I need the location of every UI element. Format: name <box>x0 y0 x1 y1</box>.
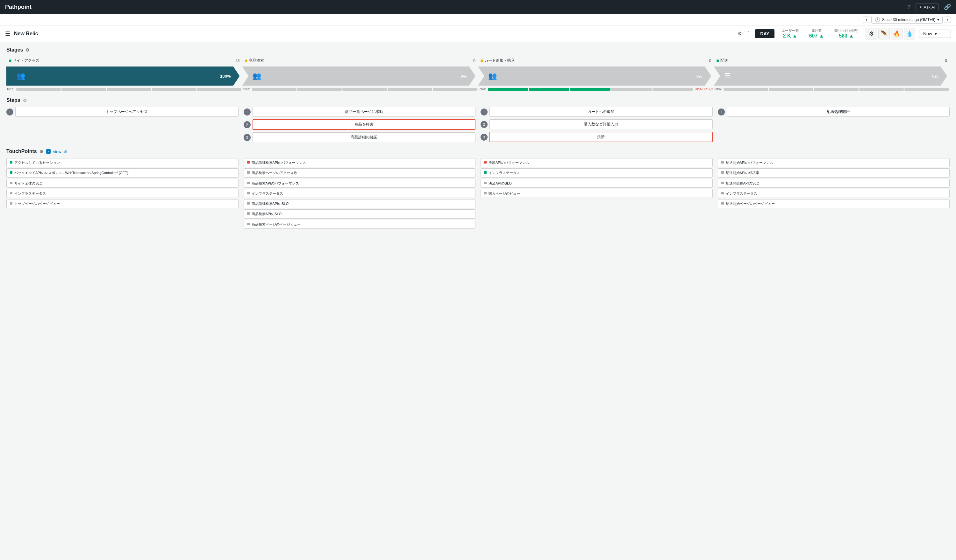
steps-columns: 1 トップページへアクセス 1 商品一覧ページに移動 2 商品を検索 3 商品詳… <box>6 107 950 142</box>
metric-sales-label: 売り上げ (億円) <box>834 28 859 33</box>
tp-item-3-4[interactable]: 購入ページのビュー <box>481 189 713 198</box>
infra-bar-2d <box>388 88 432 91</box>
view-all-link[interactable]: view all <box>53 149 67 154</box>
tp-text-2-4: インフラステータス <box>252 191 283 196</box>
tp-dot-3-4 <box>484 192 487 195</box>
step-label-3-2[interactable]: 購入数など詳細入力 <box>489 119 713 129</box>
tp-item-2-2[interactable]: 商品検索ページのアクセス数 <box>244 168 476 177</box>
infra-row-2: Infra: <box>242 88 478 91</box>
steps-gear-icon[interactable]: ⚙ <box>23 98 27 103</box>
tp-col-2: 商品詳細検索APIのパフォーマンス 商品検索ページのアクセス数 商品検索APIの… <box>244 158 476 229</box>
stage-name-4: 配送 <box>717 58 728 63</box>
arrow-container-1[interactable]: 👥 100% <box>6 66 240 86</box>
tp-dot-4-1 <box>721 161 724 163</box>
arrow-shape-4[interactable]: ☰ 0% <box>714 66 947 86</box>
tp-text-4-2: 配送開始APIの成功率 <box>726 171 759 175</box>
stages-section-header: Stages ⚙ <box>6 47 950 53</box>
tp-dot-3-2 <box>484 171 487 174</box>
tp-item-2-3[interactable]: 商品検索APIのパフォーマンス <box>244 179 476 188</box>
arrow-container-4[interactable]: ☰ 0% <box>714 66 947 86</box>
arrow-shape-1[interactable]: 👥 100% <box>6 66 240 86</box>
steps-col-3: 1 カートへの追加 2 購入数など詳細入力 3 決済 <box>481 107 713 142</box>
tp-dot-3-1 <box>484 161 487 163</box>
tp-item-3-2[interactable]: インフラステータス <box>481 168 713 177</box>
step-number-3-3: 3 <box>481 133 487 141</box>
metric-sales: 売り上げ (億円) 583 ▲ <box>834 28 859 39</box>
time-selector[interactable]: 🕐 Since 30 minutes ago (GMT+9) ▾ <box>871 16 943 24</box>
steps-section-header: Steps ⚙ <box>6 97 950 103</box>
hamburger-icon[interactable]: ☰ <box>5 30 10 37</box>
tp-dot-2-2 <box>247 171 250 174</box>
tp-item-1-5[interactable]: トップページのページビュー <box>6 199 239 208</box>
time-prev-button[interactable]: ‹ <box>863 17 870 23</box>
link-icon[interactable]: 🔗 <box>944 3 951 11</box>
nav-gear-icon[interactable]: ⚙ <box>737 31 742 37</box>
now-dropdown-icon: ▾ <box>935 31 937 36</box>
tp-item-4-5[interactable]: 配送開始ページのページビュー <box>718 199 950 208</box>
tp-text-1-5: トップページのページビュー <box>14 201 60 206</box>
stage-item-3: カート追加・購入 0 👥 0% Infra: DISRUPTED <box>478 56 714 91</box>
tp-text-3-4: 購入ページのビュー <box>489 191 520 196</box>
step-number-3-1: 1 <box>481 108 487 116</box>
step-label-1-1[interactable]: トップページへアクセス <box>15 107 239 117</box>
tp-item-4-3[interactable]: 配送開始刷APIのSLO <box>718 179 950 188</box>
stage-label-1: サイトアクセス <box>13 58 39 63</box>
time-label: Since 30 minutes ago (GMT+9) <box>882 17 935 22</box>
infra-row-3: Infra: DISRUPTED <box>478 88 714 91</box>
nav-brand: New Relic <box>14 31 38 37</box>
infra-bar-4a <box>723 88 768 91</box>
arrow-shape-3[interactable]: 👥 0% <box>478 66 711 86</box>
tp-item-3-3[interactable]: 決済APIのSLO <box>481 179 713 188</box>
tp-item-1-1[interactable]: アクセスしているセッション <box>6 158 239 167</box>
settings-icon-button[interactable]: ⚙ <box>866 28 877 39</box>
tp-item-4-2[interactable]: 配送開始APIの成功率 <box>718 168 950 177</box>
arrow-container-3[interactable]: 👥 0% <box>478 66 711 86</box>
infra-bar-3b <box>529 88 569 91</box>
arrow-shape-2[interactable]: 👥 0% <box>242 66 476 86</box>
time-next-button[interactable]: › <box>944 17 951 23</box>
tp-item-2-5[interactable]: 商品詳細検索APIのSLO <box>244 199 476 208</box>
stage-header-3: カート追加・購入 0 <box>478 56 714 64</box>
tp-dot-2-7 <box>247 223 250 225</box>
step-label-2-3[interactable]: 商品詳細の確認 <box>253 132 476 142</box>
fire-icon-button[interactable]: 🔥 <box>891 28 903 39</box>
step-label-2-1[interactable]: 商品一覧ページに移動 <box>253 107 476 117</box>
stages-gear-icon[interactable]: ⚙ <box>25 47 30 52</box>
ask-ai-button[interactable]: ✦ Ask AI <box>915 3 939 11</box>
nav-dots-icon[interactable]: ⋮ <box>746 30 751 37</box>
app-title: Pathpoint <box>5 4 31 11</box>
step-label-3-3[interactable]: 決済 <box>489 132 713 142</box>
stage-name-3: カート追加・購入 <box>481 58 515 63</box>
tp-item-2-6[interactable]: 商品検索APIのSLO <box>244 209 476 218</box>
tp-item-2-4[interactable]: インフラステータス <box>244 189 476 198</box>
tp-item-1-2[interactable]: バックエンドAPIのレスポンス - WebTransaction/SpringC… <box>6 168 239 177</box>
tp-dot-4-5 <box>721 202 724 205</box>
tp-dot-4-2 <box>721 171 724 174</box>
tp-dot-2-1 <box>247 161 250 163</box>
infra-bar-2c <box>342 88 387 91</box>
tp-item-4-1[interactable]: 配送開始APIのパフォーマンス <box>718 158 950 167</box>
view-all-checkbox[interactable]: ✓ <box>46 149 50 154</box>
tp-item-2-7[interactable]: 商品検索ページのページビュー <box>244 220 476 229</box>
tp-item-1-4[interactable]: インフラステータス <box>6 189 239 198</box>
step-label-2-2[interactable]: 商品を検索 <box>253 119 476 130</box>
flame-icon-button[interactable]: 🪶 <box>878 28 890 39</box>
step-label-3-1[interactable]: カートへの追加 <box>489 107 713 117</box>
drop-icon-button[interactable]: 💧 <box>904 28 915 39</box>
tp-item-1-3[interactable]: サイト全体のSLO <box>6 179 239 188</box>
tp-item-2-1[interactable]: 商品詳細検索APIのパフォーマンス <box>244 158 476 167</box>
stage-count-4: 0 <box>945 58 947 63</box>
help-icon[interactable]: ? <box>907 4 910 11</box>
step-label-4-1[interactable]: 配送処理開始 <box>727 107 950 117</box>
tp-item-3-1[interactable]: 決済APIのパフォーマンス <box>481 158 713 167</box>
tp-dot-2-6 <box>247 212 250 215</box>
infra-label-1: Infra: <box>7 88 14 91</box>
tp-text-3-1: 決済APIのパフォーマンス <box>489 160 529 165</box>
arrow-container-2[interactable]: 👥 0% <box>242 66 476 86</box>
day-button[interactable]: DAY <box>755 29 774 38</box>
tp-item-4-4[interactable]: インフラステータス <box>718 189 950 198</box>
step-item-1-1: 1 トップページへアクセス <box>6 107 239 117</box>
touchpoints-gear-icon[interactable]: ⚙ <box>39 149 44 154</box>
infra-row-4: Infra: <box>714 88 950 91</box>
now-dropdown[interactable]: Now ▾ <box>919 30 951 38</box>
